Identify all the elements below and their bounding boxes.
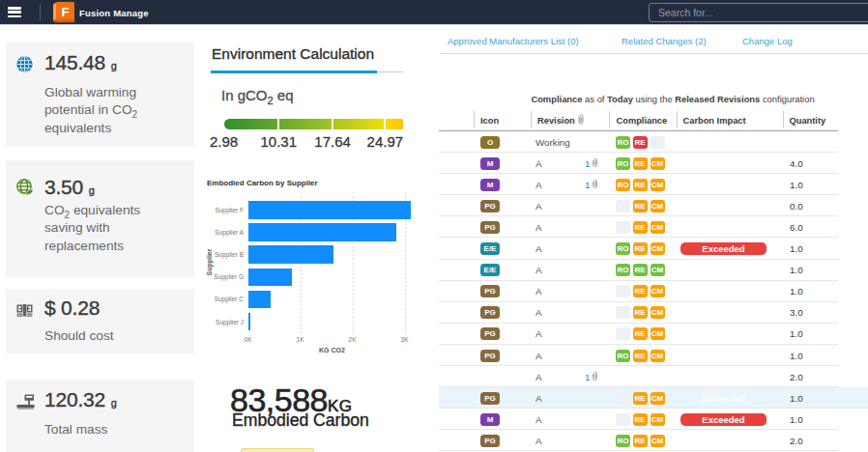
svg-text:F: F	[62, 5, 70, 19]
